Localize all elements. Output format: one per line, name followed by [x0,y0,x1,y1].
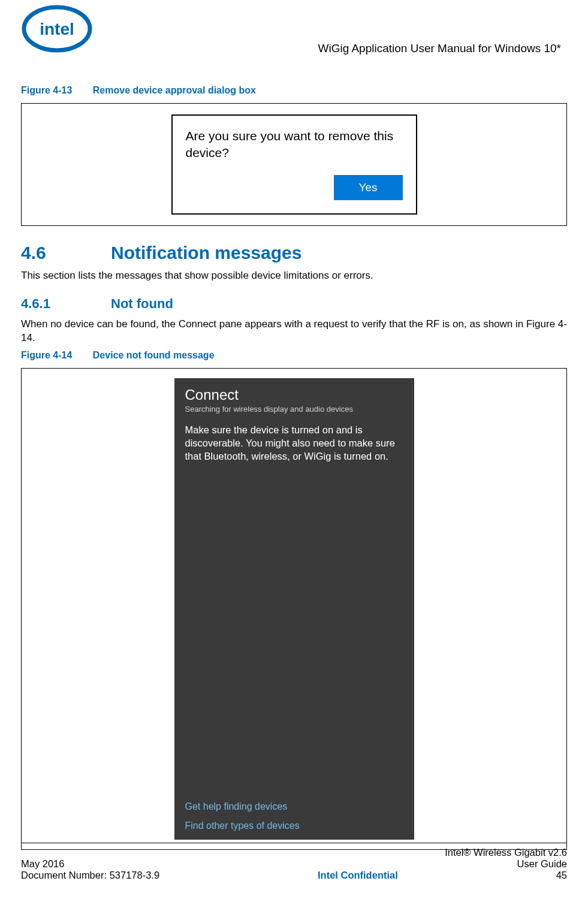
intel-logo: intel [21,5,93,55]
subsection-title: Not found [111,296,173,311]
figure-number: Figure 4-14 [21,350,72,360]
remove-device-dialog: Are you sure you want to remove this dev… [171,114,417,215]
footer-docnum: Document Number: 537178-3.9 [21,870,159,881]
section-title: Notification messages [111,243,301,263]
figure-4-14-box: Connect Searching for wireless display a… [21,368,567,850]
section-number: 4.6 [21,243,111,263]
section-4-6-heading: 4.6Notification messages [21,243,567,263]
dialog-message: Are you sure you want to remove this dev… [186,128,403,162]
connect-pane-title: Connect [185,387,403,403]
connect-pane: Connect Searching for wireless display a… [174,378,414,840]
figure-4-14-caption: Figure 4-14 Device not found message [21,350,567,361]
yes-button[interactable]: Yes [334,175,403,200]
footer-product: Intel® Wireless Gigabit v2.6 [445,847,567,858]
figure-title: Remove device approval dialog box [93,85,256,95]
page-footer: Intel® Wireless Gigabit v2.6 May 2016 Us… [21,843,567,881]
footer-pagenum: 45 [556,870,567,881]
figure-4-13-caption: Figure 4-13 Remove device approval dialo… [21,85,567,96]
section-4-6-1-body: When no device can be found, the Connect… [21,318,567,345]
footer-date: May 2016 [21,858,64,870]
subsection-number: 4.6.1 [21,296,111,312]
figure-number: Figure 4-13 [21,85,72,95]
figure-title: Device not found message [93,350,215,360]
find-other-link[interactable]: Find other types of devices [185,820,300,831]
section-4-6-1-heading: 4.6.1Not found [21,296,567,312]
connect-pane-subtitle: Searching for wireless display and audio… [185,405,403,414]
svg-text:intel: intel [40,20,74,38]
connect-pane-message: Make sure the device is turned on and is… [185,423,403,463]
section-4-6-intro: This section lists the messages that sho… [21,269,567,283]
footer-guide: User Guide [517,858,567,870]
figure-4-13-box: Are you sure you want to remove this dev… [21,103,567,226]
footer-confidential: Intel Confidential [159,870,556,881]
get-help-link[interactable]: Get help finding devices [185,801,300,812]
header-title: WiGig Application User Manual for Window… [21,0,567,55]
